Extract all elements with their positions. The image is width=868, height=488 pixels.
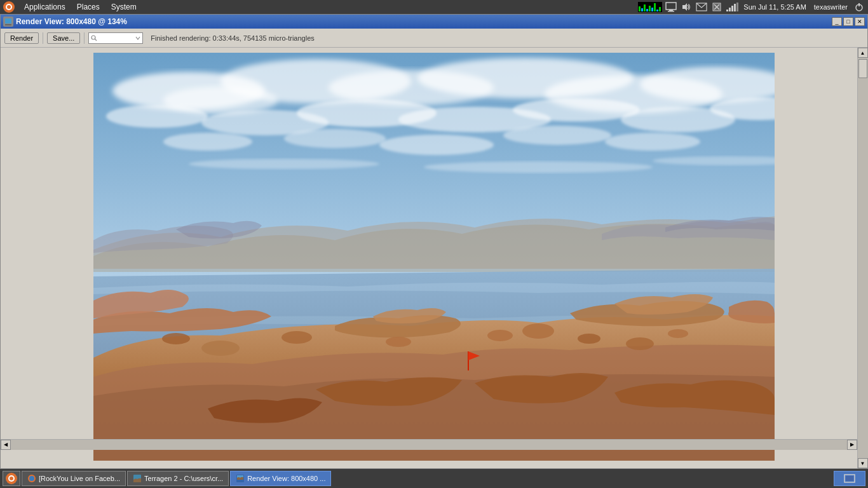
network-graph xyxy=(638,2,662,12)
window-controls: _ □ ✕ xyxy=(832,17,865,26)
svg-point-54 xyxy=(162,333,190,344)
svg-point-61 xyxy=(29,476,34,481)
taskbar-icon-renderview xyxy=(236,474,245,483)
window-titlebar: Render View: 800x480 @ 134% _ □ ✕ xyxy=(1,15,867,29)
svg-rect-15 xyxy=(736,3,738,11)
places-menu[interactable]: Places xyxy=(72,1,105,13)
search-box[interactable] xyxy=(88,32,143,44)
svg-point-46 xyxy=(522,323,554,339)
svg-rect-12 xyxy=(729,8,731,11)
search-input[interactable] xyxy=(97,34,135,42)
svg-point-53 xyxy=(201,341,240,356)
svg-point-21 xyxy=(92,36,95,39)
taskbar-item-renderview[interactable]: Render View: 800x480 ... xyxy=(230,471,331,486)
taskbar-item-terragen[interactable]: Terragen 2 - C:\users\cr... xyxy=(127,471,229,486)
svg-point-47 xyxy=(578,334,600,344)
svg-rect-19 xyxy=(5,18,11,24)
scroll-thumb[interactable] xyxy=(858,59,867,78)
show-desktop-button[interactable] xyxy=(834,471,865,486)
render-button[interactable]: Render xyxy=(4,32,39,44)
svg-point-59 xyxy=(10,477,13,480)
hscroll-track[interactable] xyxy=(11,440,847,450)
svg-rect-20 xyxy=(5,24,11,25)
svg-rect-5 xyxy=(668,11,674,12)
username: texaswriter xyxy=(814,3,848,11)
svg-rect-14 xyxy=(734,4,736,11)
svg-point-44 xyxy=(424,161,653,173)
taskbar: [RockYou Live on Faceb... Terragen 2 - C… xyxy=(0,469,868,488)
signal-icon[interactable] xyxy=(726,2,738,12)
render-status: Finished rendering: 0:33:44s, 754135 mic… xyxy=(151,34,314,42)
svg-point-48 xyxy=(487,330,513,341)
svg-point-31 xyxy=(106,105,208,128)
render-canvas xyxy=(93,53,775,461)
toolbar-separator-2 xyxy=(84,32,85,44)
titlebar-left: Render View: 800x480 @ 134% xyxy=(3,17,127,27)
scroll-left-button[interactable]: ◀ xyxy=(1,440,11,450)
svg-point-51 xyxy=(386,337,411,347)
chevron-down-icon xyxy=(135,36,140,41)
display-icon[interactable] xyxy=(665,2,677,12)
svg-point-39 xyxy=(284,129,386,148)
svg-line-22 xyxy=(95,39,97,41)
svg-rect-13 xyxy=(731,6,733,11)
save-button[interactable]: Save... xyxy=(47,32,80,44)
svg-rect-11 xyxy=(726,10,728,11)
svg-point-49 xyxy=(626,337,654,350)
os-logo[interactable] xyxy=(3,1,15,13)
taskbar-label-renderview: Render View: 800x480 ... xyxy=(247,475,325,482)
svg-point-50 xyxy=(668,329,688,338)
render-view-window: Render View: 800x480 @ 134% _ □ ✕ Render… xyxy=(0,14,868,469)
clock: Sun Jul 11, 5:25 AM xyxy=(743,3,806,11)
taskbar-icon-terragen xyxy=(133,474,142,483)
svg-point-42 xyxy=(605,133,700,151)
toolbar-separator-1 xyxy=(43,32,43,44)
system-tray: Sun Jul 11, 5:25 AM texaswriter xyxy=(638,2,865,12)
minimize-button[interactable]: _ xyxy=(832,17,842,26)
svg-point-43 xyxy=(189,159,379,169)
horizontal-scrollbar[interactable]: ◀ ▶ xyxy=(1,439,857,449)
scroll-down-button[interactable]: ▼ xyxy=(858,458,868,468)
power-icon[interactable] xyxy=(853,2,865,12)
applications-menu[interactable]: Applications xyxy=(19,1,71,13)
taskbar-item-rockyou[interactable]: [RockYou Live on Faceb... xyxy=(22,471,126,486)
svg-point-35 xyxy=(513,98,640,121)
x-icon[interactable] xyxy=(710,2,723,12)
svg-point-2 xyxy=(7,5,11,9)
taskbar-label-terragen: Terragen 2 - C:\users\cr... xyxy=(144,475,223,482)
taskbar-label-rockyou: [RockYou Live on Faceb... xyxy=(39,475,120,482)
vertical-scrollbar[interactable]: ▲ ▼ xyxy=(857,48,867,468)
scroll-up-button[interactable]: ▲ xyxy=(858,48,868,58)
render-toolbar: Render Save... Finished rendering: 0:33:… xyxy=(1,29,867,48)
svg-rect-66 xyxy=(846,476,853,481)
svg-point-40 xyxy=(379,135,494,155)
sound-icon[interactable] xyxy=(680,2,693,12)
render-viewport xyxy=(1,48,867,468)
start-button[interactable] xyxy=(3,471,20,486)
email-icon[interactable] xyxy=(695,2,708,12)
scroll-track[interactable] xyxy=(858,58,868,458)
window-title: Render View: 800x480 @ 134% xyxy=(16,17,127,26)
svg-point-38 xyxy=(163,133,252,151)
top-menubar: Applications Places System xyxy=(0,0,868,14)
search-icon xyxy=(91,35,97,41)
landscape-svg xyxy=(93,53,775,461)
system-menu[interactable]: System xyxy=(106,1,142,13)
window-app-icon xyxy=(3,17,13,27)
svg-point-41 xyxy=(503,126,611,145)
close-button[interactable]: ✕ xyxy=(855,17,865,26)
taskbar-icon-firefox xyxy=(27,474,36,483)
svg-point-52 xyxy=(281,331,312,344)
maximize-button[interactable]: □ xyxy=(843,17,853,26)
svg-marker-6 xyxy=(682,3,687,11)
scroll-right-button[interactable]: ▶ xyxy=(847,440,857,450)
svg-rect-3 xyxy=(666,3,676,10)
svg-rect-4 xyxy=(669,10,673,11)
